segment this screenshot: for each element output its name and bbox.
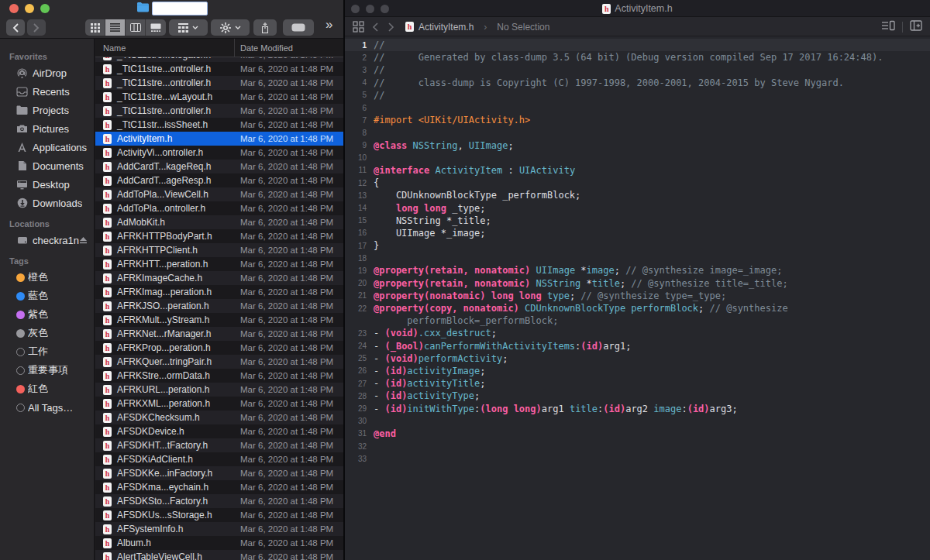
list-item[interactable]: hAFSystemInfo.hMar 6, 2020 at 1:48 PM: [95, 522, 343, 536]
list-item[interactable]: hAFRKMult...yStream.hMar 6, 2020 at 1:48…: [95, 313, 343, 327]
list-item[interactable]: hAlbum.hMar 6, 2020 at 1:48 PM: [95, 536, 343, 550]
line-number[interactable]: 9: [345, 141, 374, 149]
view-columns-button[interactable]: [126, 19, 146, 36]
view-list-button[interactable]: [105, 19, 126, 36]
list-item[interactable]: hAFRKHTT...peration.hMar 6, 2020 at 1:48…: [95, 257, 343, 271]
line-number[interactable]: 26: [345, 366, 374, 375]
view-icons-button[interactable]: [85, 19, 105, 36]
sidebar-item--[interactable]: 橙色: [0, 268, 94, 287]
line-number[interactable]: 2: [345, 53, 374, 62]
sidebar-item-applications[interactable]: Applications: [0, 138, 94, 156]
line-number[interactable]: 30: [345, 417, 374, 425]
line-number[interactable]: 5: [345, 91, 374, 99]
column-header-name[interactable]: Name: [95, 39, 235, 57]
code-editor[interactable]: 1//2// Generated by class-dump 3.5 (64 b…: [345, 36, 930, 560]
list-item[interactable]: hAFRKImageCache.hMar 6, 2020 at 1:48 PM: [95, 271, 343, 285]
list-item[interactable]: h_TtC11str...issSheet.hMar 6, 2020 at 1:…: [95, 118, 343, 132]
list-item[interactable]: hAFRKQuer...tringPair.hMar 6, 2020 at 1:…: [95, 355, 343, 369]
add-editor-icon[interactable]: [910, 20, 922, 33]
breadcrumb-selection[interactable]: No Selection: [497, 22, 549, 33]
group-by-button[interactable]: [169, 19, 208, 36]
list-item[interactable]: hAFSDKKe...inFactory.hMar 6, 2020 at 1:4…: [95, 466, 343, 480]
line-number[interactable]: 7: [345, 116, 374, 125]
line-number[interactable]: 20: [345, 279, 374, 287]
sidebar-item--[interactable]: 紅色: [0, 380, 94, 398]
sidebar-item--[interactable]: 灰色: [0, 324, 94, 342]
breadcrumb-file[interactable]: ActivityItem.h: [418, 22, 474, 33]
zoom-button[interactable]: [40, 4, 50, 13]
list-item[interactable]: hAFSDKma...eychain.hMar 6, 2020 at 1:48 …: [95, 480, 343, 494]
column-header-date-modified[interactable]: Date Modified: [235, 43, 293, 53]
line-number[interactable]: 33: [345, 455, 374, 463]
list-item[interactable]: hAFRKJSO...peration.hMar 6, 2020 at 1:48…: [95, 299, 343, 313]
line-number[interactable]: 11: [345, 166, 374, 174]
sidebar-item--[interactable]: 重要事項: [0, 361, 94, 380]
sidebar-item-projects[interactable]: Projects: [0, 101, 94, 119]
minimize-button[interactable]: [25, 4, 34, 13]
view-gallery-button[interactable]: [146, 19, 166, 36]
list-item[interactable]: hAddCardT...kageReq.hMar 6, 2020 at 1:48…: [95, 160, 343, 173]
list-item[interactable]: hAFSDKiAdClient.hMar 6, 2020 at 1:48 PM: [95, 452, 343, 466]
editor-options-icon[interactable]: [881, 20, 895, 33]
list-item[interactable]: h_TtC11stre...ontroller.hMar 6, 2020 at …: [95, 76, 343, 90]
sidebar-item-checkra1n[interactable]: checkra1n: [0, 231, 94, 249]
line-number[interactable]: 22: [345, 304, 374, 313]
sidebar-item-pictures[interactable]: Pictures: [0, 119, 94, 138]
list-item[interactable]: hAFRKNet...rManager.hMar 6, 2020 at 1:48…: [95, 327, 343, 341]
line-number[interactable]: 21: [345, 291, 374, 300]
close-button[interactable]: [9, 4, 19, 13]
line-number[interactable]: 25: [345, 354, 374, 362]
line-number[interactable]: 32: [345, 442, 374, 451]
line-number[interactable]: 27: [345, 380, 374, 388]
line-number[interactable]: 14: [345, 204, 374, 212]
back-button[interactable]: [6, 19, 25, 36]
list-item[interactable]: h_TtC11stre...wLayout.hMar 6, 2020 at 1:…: [95, 90, 343, 104]
sidebar-item-documents[interactable]: Documents: [0, 156, 94, 175]
list-item[interactable]: hAdMobKit.hMar 6, 2020 at 1:48 PM: [95, 215, 343, 229]
sidebar-item--[interactable]: 工作: [0, 342, 94, 361]
list-item[interactable]: hAFRKStre...ormData.hMar 6, 2020 at 1:48…: [95, 369, 343, 383]
toolbar-overflow-button[interactable]: »: [326, 17, 331, 33]
line-number[interactable]: 13: [345, 191, 374, 200]
line-number[interactable]: 4: [345, 78, 374, 87]
list-item[interactable]: h_TtC11stre...ontroller.hMar 6, 2020 at …: [95, 62, 343, 76]
eject-icon[interactable]: [79, 235, 88, 246]
list-item[interactable]: hAFRKImag...peration.hMar 6, 2020 at 1:4…: [95, 285, 343, 299]
sidebar-item-all-tags-[interactable]: All Tags…: [0, 398, 94, 417]
line-number[interactable]: 6: [345, 104, 374, 112]
list-item[interactable]: hAFRKHTTPBodyPart.hMar 6, 2020 at 1:48 P…: [95, 229, 343, 243]
line-number[interactable]: 17: [345, 242, 374, 250]
sidebar-item--[interactable]: 藍色: [0, 287, 94, 305]
list-item[interactable]: hAFSDKSto...Factory.hMar 6, 2020 at 1:48…: [95, 494, 343, 508]
list-item[interactable]: hAFSDKHT...tFactory.hMar 6, 2020 at 1:48…: [95, 438, 343, 452]
list-item[interactable]: hAFRKXML...peration.hMar 6, 2020 at 1:48…: [95, 397, 343, 411]
line-number[interactable]: 1: [345, 41, 374, 50]
line-number[interactable]: 18: [345, 254, 374, 263]
list-item[interactable]: hAddToPla...ontroller.hMar 6, 2020 at 1:…: [95, 201, 343, 215]
list-item[interactable]: hAFRKHTTPClient.hMar 6, 2020 at 1:48 PM: [95, 243, 343, 257]
sidebar-item-airdrop[interactable]: AirDrop: [0, 64, 94, 82]
list-item[interactable]: hAFSDKUs...sStorage.hMar 6, 2020 at 1:48…: [95, 508, 343, 522]
line-number[interactable]: 12: [345, 179, 374, 187]
window-title-rename-field[interactable]: [152, 2, 208, 15]
line-number[interactable]: 24: [345, 342, 374, 350]
forward-button[interactable]: [27, 19, 46, 36]
line-number[interactable]: 16: [345, 228, 374, 237]
list-item[interactable]: hActivityItem.hMar 6, 2020 at 1:48 PM: [95, 132, 343, 146]
line-number[interactable]: 15: [345, 216, 374, 225]
line-number[interactable]: 8: [345, 129, 374, 137]
line-number[interactable]: 23: [345, 329, 374, 338]
action-menu-button[interactable]: [211, 19, 250, 36]
sidebar-item-downloads[interactable]: Downloads: [0, 194, 94, 212]
list-item[interactable]: hAFSDKChecksum.hMar 6, 2020 at 1:48 PM: [95, 411, 343, 424]
sidebar-item-desktop[interactable]: Desktop: [0, 175, 94, 194]
share-button[interactable]: [253, 19, 277, 36]
related-items-button[interactable]: [353, 17, 364, 36]
list-item[interactable]: h_TtC11stre...ontroller.hMar 6, 2020 at …: [95, 104, 343, 118]
line-number[interactable]: 31: [345, 429, 374, 438]
line-number[interactable]: 29: [345, 404, 374, 413]
list-item[interactable]: hAddCardT...ageResp.hMar 6, 2020 at 1:48…: [95, 173, 343, 187]
line-number[interactable]: 3: [345, 66, 374, 74]
line-number[interactable]: 10: [345, 153, 374, 162]
jumpbar-forward-button[interactable]: [388, 17, 394, 36]
